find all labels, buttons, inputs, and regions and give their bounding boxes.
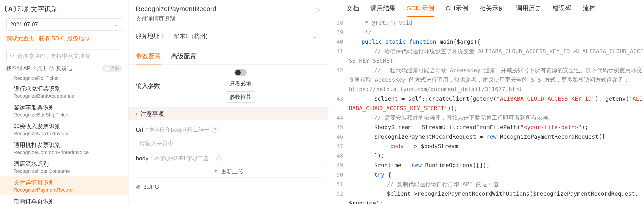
api-title: RecognizePaymentRecord: [136, 5, 321, 13]
notice-bar[interactable]: › 注意事项: [128, 107, 328, 120]
api-item-title: 通用机打发票识别: [14, 141, 122, 149]
mid-tabs: 参数配置 高级配置: [128, 48, 328, 65]
right-tab-6[interactable]: 错误码: [552, 4, 572, 17]
api-list[interactable]: RecognizeRollTicket银行承兑汇票识别RecognizeBank…: [0, 74, 128, 204]
chevron-down-icon: ⌄: [312, 33, 317, 39]
uploaded-file-row: 3.JPG: [128, 182, 328, 190]
api-item-sub: RecognizeBankAcceptance: [14, 93, 122, 99]
right-tab-4[interactable]: 相关示例: [480, 4, 505, 17]
api-item-sub: RecognizeNonTaxInvoice: [14, 131, 122, 137]
sidebar-item-ecom[interactable]: 电商订单页识别: [0, 195, 128, 204]
search-icon: [10, 53, 15, 59]
api-item-sub: RecognizeBusShipTicket: [14, 112, 122, 118]
upload-icon: [213, 169, 218, 174]
sidebar-item-nontax[interactable]: 非税收入发票识别RecognizeNonTaxInvoice: [0, 120, 128, 139]
right-tab-5[interactable]: 调用历史: [516, 4, 541, 17]
sidebar-item-roll[interactable]: RecognizeRollTicket: [0, 74, 128, 83]
only-required-switch[interactable]: [234, 69, 246, 76]
search-input[interactable]: 请搜索 API，支持中英文搜索: [6, 50, 122, 62]
body-hint: * 本字段和URL字段二选一: [150, 155, 214, 162]
url-label: Url: [136, 126, 143, 133]
field-body: body * 本字段和URL字段二选一 ? 重新上传: [128, 153, 328, 182]
version-select[interactable]: 2021-07-07 ⌄: [6, 18, 122, 31]
url-placeholder: 请输入字符串: [140, 139, 174, 147]
sidebar-item-bus[interactable]: 客运车船票识别RecognizeBusShipTicket: [0, 101, 128, 120]
api-item-title: 电商订单页识别: [14, 197, 122, 204]
api-item-sub: RecognizeHotelConsume: [14, 168, 122, 174]
help-icon[interactable]: ?: [212, 127, 218, 133]
file-name: 3.JPG: [144, 184, 159, 190]
feedback-prefix: 找不到 API？点击: [6, 65, 47, 72]
api-subtitle: 支付详情页识别: [136, 15, 321, 22]
reupload-button[interactable]: 重新上传: [136, 165, 321, 178]
url-hint: * 本字段和body字段二选一: [146, 126, 210, 133]
body-label: body: [136, 155, 148, 162]
sidebar-item-payment[interactable]: 支付详情页识别RecognizePaymentRecord: [0, 176, 128, 195]
smile-icon[interactable]: ☺: [314, 6, 321, 13]
search-placeholder: 请搜索 API，支持中英文搜索: [18, 52, 90, 60]
sidebar-header: 〔A〕 印刷文字识别: [0, 0, 128, 17]
code-area[interactable]: 38394041424344454647484950515253 * @retu…: [328, 17, 644, 204]
detail-toggle[interactable]: 详细: [102, 65, 122, 72]
feedback-link[interactable]: 反馈吧: [56, 65, 72, 72]
reupload-label: 重新上传: [221, 168, 244, 175]
middle-panel: RecognizePaymentRecord 支付详情页识别 ☺ 服务地址： 华…: [128, 0, 328, 204]
sidebar-item-bank[interactable]: 银行承兑汇票识别RecognizeBankAcceptance: [0, 83, 128, 101]
svg-point-0: [10, 54, 14, 57]
svg-line-1: [13, 57, 14, 58]
right-tab-2[interactable]: SDK 示例: [407, 4, 434, 17]
api-item-sub: RecognizePaymentRecord: [14, 187, 122, 193]
tab-advanced[interactable]: 高级配置: [171, 52, 196, 65]
sidebar: 〔A〕 印刷文字识别 2021-07-07 ⌄ 获取元数据 获取 SDK 服务地…: [0, 0, 128, 204]
region-label: 服务地址：: [136, 32, 165, 40]
recommend-button[interactable]: 参数推荐: [226, 91, 255, 103]
region-select[interactable]: 华东1（杭州） ⌄: [170, 30, 321, 42]
frown-icon: ☹: [49, 65, 54, 72]
right-tab-0[interactable]: 文档: [346, 4, 359, 17]
right-tab-7[interactable]: 流控: [583, 4, 596, 17]
right-tab-1[interactable]: 调用结果: [370, 4, 396, 17]
right-tab-3[interactable]: CLI示例: [446, 4, 468, 17]
notice-label: 注意事项: [140, 110, 164, 118]
version-value: 2021-07-07: [10, 21, 38, 28]
feedback-row: 找不到 API？点击 ☹ 反馈吧 详细: [0, 65, 128, 74]
logo-icon: 〔A〕: [6, 5, 14, 13]
chevron-right-icon: ›: [136, 111, 137, 117]
chevron-down-icon: ⌄: [114, 22, 118, 27]
code-gutter: 38394041424344454647484950515253: [328, 18, 347, 204]
sidebar-item-common[interactable]: 通用机打发票识别RecognizeCommonPrintedInvoice: [0, 139, 128, 158]
region-value: 华东1（杭州）: [174, 32, 211, 40]
api-item-title: 银行承兑汇票识别: [14, 85, 122, 93]
right-panel: 文档调用结果SDK 示例CLI示例相关示例调用历史错误码流控 383940414…: [328, 0, 644, 204]
link-region[interactable]: 服务地域: [67, 35, 90, 42]
sidebar-title: 印刷文字识别: [17, 5, 58, 14]
only-required-label: 只看必填: [230, 80, 251, 87]
api-item-sub: RecognizeCommonPrintedInvoice: [14, 149, 122, 155]
field-url: Url * 本字段和body字段二选一 ? 请输入字符串: [128, 125, 328, 153]
right-tabs: 文档调用结果SDK 示例CLI示例相关示例调用历史错误码流控: [328, 0, 644, 17]
sidebar-links: 获取元数据 获取 SDK 服务地域: [0, 33, 128, 46]
api-item-title: 非税收入发票识别: [14, 122, 122, 130]
paperclip-icon: [136, 184, 141, 189]
api-item-title: 酒店流水识别: [14, 160, 122, 168]
link-metadata[interactable]: 获取元数据: [6, 35, 34, 42]
api-item-title: 支付详情页识别: [14, 179, 122, 186]
params-header: 输入参数: [136, 82, 160, 90]
link-sdk[interactable]: 获取 SDK: [38, 35, 63, 42]
tab-params[interactable]: 参数配置: [136, 52, 161, 65]
code-body: * @return void */public static function …: [348, 18, 644, 204]
sidebar-item-hotel[interactable]: 酒店流水识别RecognizeHotelConsume: [0, 158, 128, 176]
url-input[interactable]: 请输入字符串: [136, 137, 321, 149]
help-icon[interactable]: ?: [216, 155, 222, 161]
api-item-title: 客运车船票识别: [14, 104, 122, 111]
